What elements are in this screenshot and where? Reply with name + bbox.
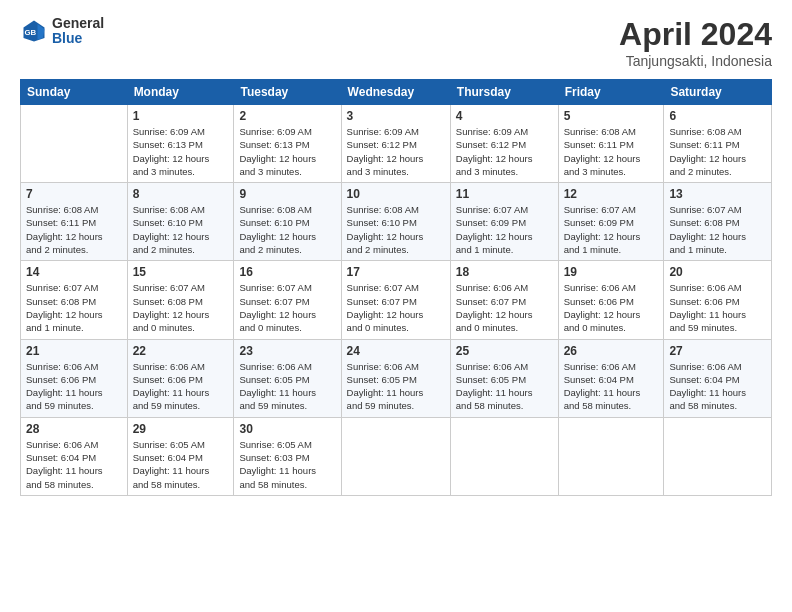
calendar-cell: 4Sunrise: 6:09 AM Sunset: 6:12 PM Daylig…: [450, 105, 558, 183]
calendar-cell: 15Sunrise: 6:07 AM Sunset: 6:08 PM Dayli…: [127, 261, 234, 339]
day-number: 20: [669, 265, 766, 279]
day-info: Sunrise: 6:06 AM Sunset: 6:05 PM Dayligh…: [347, 360, 445, 413]
day-number: 5: [564, 109, 659, 123]
calendar-header-cell: Friday: [558, 80, 664, 105]
day-number: 9: [239, 187, 335, 201]
calendar-header-cell: Thursday: [450, 80, 558, 105]
day-info: Sunrise: 6:06 AM Sunset: 6:05 PM Dayligh…: [239, 360, 335, 413]
day-info: Sunrise: 6:06 AM Sunset: 6:04 PM Dayligh…: [669, 360, 766, 413]
day-info: Sunrise: 6:09 AM Sunset: 6:13 PM Dayligh…: [239, 125, 335, 178]
calendar-cell: 18Sunrise: 6:06 AM Sunset: 6:07 PM Dayli…: [450, 261, 558, 339]
day-info: Sunrise: 6:07 AM Sunset: 6:08 PM Dayligh…: [669, 203, 766, 256]
day-number: 29: [133, 422, 229, 436]
day-number: 8: [133, 187, 229, 201]
day-info: Sunrise: 6:07 AM Sunset: 6:08 PM Dayligh…: [26, 281, 122, 334]
day-info: Sunrise: 6:07 AM Sunset: 6:09 PM Dayligh…: [456, 203, 553, 256]
day-info: Sunrise: 6:08 AM Sunset: 6:10 PM Dayligh…: [239, 203, 335, 256]
page: GB General Blue April 2024 Tanjungsakti,…: [0, 0, 792, 612]
svg-text:GB: GB: [24, 28, 36, 37]
calendar-header-row: SundayMondayTuesdayWednesdayThursdayFrid…: [21, 80, 772, 105]
day-number: 30: [239, 422, 335, 436]
calendar-cell: 29Sunrise: 6:05 AM Sunset: 6:04 PM Dayli…: [127, 417, 234, 495]
calendar-cell: 12Sunrise: 6:07 AM Sunset: 6:09 PM Dayli…: [558, 183, 664, 261]
day-number: 7: [26, 187, 122, 201]
calendar-cell: 11Sunrise: 6:07 AM Sunset: 6:09 PM Dayli…: [450, 183, 558, 261]
calendar: SundayMondayTuesdayWednesdayThursdayFrid…: [20, 79, 772, 496]
day-info: Sunrise: 6:09 AM Sunset: 6:13 PM Dayligh…: [133, 125, 229, 178]
day-number: 12: [564, 187, 659, 201]
day-number: 21: [26, 344, 122, 358]
day-info: Sunrise: 6:08 AM Sunset: 6:11 PM Dayligh…: [26, 203, 122, 256]
calendar-cell: [558, 417, 664, 495]
calendar-cell: 17Sunrise: 6:07 AM Sunset: 6:07 PM Dayli…: [341, 261, 450, 339]
day-number: 16: [239, 265, 335, 279]
day-number: 19: [564, 265, 659, 279]
day-info: Sunrise: 6:06 AM Sunset: 6:05 PM Dayligh…: [456, 360, 553, 413]
month-title: April 2024: [619, 16, 772, 53]
calendar-cell: [21, 105, 128, 183]
calendar-week-row: 7Sunrise: 6:08 AM Sunset: 6:11 PM Daylig…: [21, 183, 772, 261]
day-info: Sunrise: 6:05 AM Sunset: 6:03 PM Dayligh…: [239, 438, 335, 491]
day-number: 22: [133, 344, 229, 358]
day-info: Sunrise: 6:08 AM Sunset: 6:10 PM Dayligh…: [133, 203, 229, 256]
logo: GB General Blue: [20, 16, 104, 47]
logo-general: General: [52, 16, 104, 31]
calendar-cell: 23Sunrise: 6:06 AM Sunset: 6:05 PM Dayli…: [234, 339, 341, 417]
day-number: 25: [456, 344, 553, 358]
day-info: Sunrise: 6:06 AM Sunset: 6:06 PM Dayligh…: [669, 281, 766, 334]
header: GB General Blue April 2024 Tanjungsakti,…: [20, 16, 772, 69]
day-number: 3: [347, 109, 445, 123]
day-number: 10: [347, 187, 445, 201]
day-number: 1: [133, 109, 229, 123]
day-number: 6: [669, 109, 766, 123]
calendar-cell: 24Sunrise: 6:06 AM Sunset: 6:05 PM Dayli…: [341, 339, 450, 417]
calendar-week-row: 1Sunrise: 6:09 AM Sunset: 6:13 PM Daylig…: [21, 105, 772, 183]
day-number: 11: [456, 187, 553, 201]
day-number: 15: [133, 265, 229, 279]
calendar-cell: 8Sunrise: 6:08 AM Sunset: 6:10 PM Daylig…: [127, 183, 234, 261]
day-number: 24: [347, 344, 445, 358]
day-info: Sunrise: 6:06 AM Sunset: 6:04 PM Dayligh…: [26, 438, 122, 491]
day-info: Sunrise: 6:06 AM Sunset: 6:06 PM Dayligh…: [26, 360, 122, 413]
calendar-cell: 7Sunrise: 6:08 AM Sunset: 6:11 PM Daylig…: [21, 183, 128, 261]
calendar-cell: [664, 417, 772, 495]
calendar-cell: 5Sunrise: 6:08 AM Sunset: 6:11 PM Daylig…: [558, 105, 664, 183]
calendar-cell: 19Sunrise: 6:06 AM Sunset: 6:06 PM Dayli…: [558, 261, 664, 339]
calendar-cell: 13Sunrise: 6:07 AM Sunset: 6:08 PM Dayli…: [664, 183, 772, 261]
day-info: Sunrise: 6:07 AM Sunset: 6:09 PM Dayligh…: [564, 203, 659, 256]
calendar-header-cell: Tuesday: [234, 80, 341, 105]
day-info: Sunrise: 6:09 AM Sunset: 6:12 PM Dayligh…: [456, 125, 553, 178]
day-info: Sunrise: 6:07 AM Sunset: 6:07 PM Dayligh…: [347, 281, 445, 334]
day-number: 14: [26, 265, 122, 279]
calendar-header-cell: Wednesday: [341, 80, 450, 105]
day-info: Sunrise: 6:06 AM Sunset: 6:06 PM Dayligh…: [564, 281, 659, 334]
calendar-cell: 6Sunrise: 6:08 AM Sunset: 6:11 PM Daylig…: [664, 105, 772, 183]
day-number: 28: [26, 422, 122, 436]
day-info: Sunrise: 6:06 AM Sunset: 6:07 PM Dayligh…: [456, 281, 553, 334]
calendar-cell: 26Sunrise: 6:06 AM Sunset: 6:04 PM Dayli…: [558, 339, 664, 417]
day-info: Sunrise: 6:08 AM Sunset: 6:10 PM Dayligh…: [347, 203, 445, 256]
calendar-header-cell: Monday: [127, 80, 234, 105]
logo-blue: Blue: [52, 31, 104, 46]
calendar-week-row: 28Sunrise: 6:06 AM Sunset: 6:04 PM Dayli…: [21, 417, 772, 495]
calendar-cell: 20Sunrise: 6:06 AM Sunset: 6:06 PM Dayli…: [664, 261, 772, 339]
calendar-cell: 25Sunrise: 6:06 AM Sunset: 6:05 PM Dayli…: [450, 339, 558, 417]
day-info: Sunrise: 6:08 AM Sunset: 6:11 PM Dayligh…: [564, 125, 659, 178]
day-info: Sunrise: 6:07 AM Sunset: 6:07 PM Dayligh…: [239, 281, 335, 334]
calendar-header-cell: Saturday: [664, 80, 772, 105]
calendar-week-row: 14Sunrise: 6:07 AM Sunset: 6:08 PM Dayli…: [21, 261, 772, 339]
day-info: Sunrise: 6:06 AM Sunset: 6:04 PM Dayligh…: [564, 360, 659, 413]
day-number: 4: [456, 109, 553, 123]
day-info: Sunrise: 6:09 AM Sunset: 6:12 PM Dayligh…: [347, 125, 445, 178]
calendar-cell: 1Sunrise: 6:09 AM Sunset: 6:13 PM Daylig…: [127, 105, 234, 183]
day-number: 13: [669, 187, 766, 201]
calendar-cell: 9Sunrise: 6:08 AM Sunset: 6:10 PM Daylig…: [234, 183, 341, 261]
location: Tanjungsakti, Indonesia: [619, 53, 772, 69]
logo-icon: GB: [20, 17, 48, 45]
title-section: April 2024 Tanjungsakti, Indonesia: [619, 16, 772, 69]
calendar-cell: [450, 417, 558, 495]
calendar-header-cell: Sunday: [21, 80, 128, 105]
day-number: 18: [456, 265, 553, 279]
day-number: 2: [239, 109, 335, 123]
day-number: 26: [564, 344, 659, 358]
